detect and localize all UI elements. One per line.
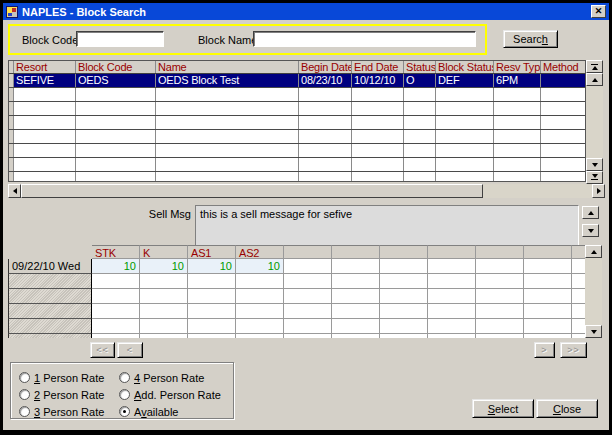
- rate-empty-cell: [92, 274, 140, 289]
- scroll-to-top-icon[interactable]: [586, 60, 603, 73]
- sellmsg-scroll-up-icon[interactable]: [582, 206, 599, 219]
- rate-value-cell[interactable]: 10: [188, 259, 236, 274]
- close-button[interactable]: Close: [536, 399, 598, 418]
- radio-label: 1 Person Rate: [34, 372, 104, 384]
- block-name-input[interactable]: [253, 31, 476, 47]
- empty-cell: [299, 102, 352, 115]
- radio-button-icon[interactable]: [119, 406, 130, 417]
- rate-value-cell[interactable]: 10: [236, 259, 284, 274]
- column-header-name[interactable]: Name: [156, 61, 299, 73]
- rate-column-header-empty: [428, 245, 476, 259]
- sell-msg-textarea[interactable]: this is a sell message for sefive: [195, 205, 579, 246]
- column-header-block-code[interactable]: Block Code: [76, 61, 156, 73]
- pager-prev-button[interactable]: <: [117, 342, 143, 358]
- hscroll-thumb[interactable]: [21, 184, 483, 198]
- rate-grid-vscroll-track[interactable]: [585, 258, 602, 325]
- rate-empty-cell: [92, 304, 140, 319]
- empty-cell: [352, 88, 404, 101]
- scroll-left-icon[interactable]: [8, 184, 21, 198]
- empty-cell: [156, 88, 299, 101]
- cell-block-code: OEDS: [76, 74, 156, 87]
- radio-4-person-rate[interactable]: 4 Person Rate: [119, 370, 233, 385]
- rate-empty-cell: [476, 274, 524, 289]
- empty-cell: [156, 172, 299, 182]
- rate-empty-cell: [572, 274, 586, 289]
- empty-cell: [156, 130, 299, 143]
- rate-empty-cell: [236, 304, 284, 319]
- results-hscroll-track[interactable]: [21, 184, 592, 198]
- column-header-method[interactable]: Method: [541, 61, 586, 73]
- scroll-right-icon[interactable]: [592, 184, 605, 198]
- empty-cell: [14, 144, 76, 157]
- table-row-empty: [9, 158, 585, 172]
- rate-empty-cell: [380, 259, 428, 274]
- scroll-up-icon[interactable]: [586, 73, 603, 86]
- rate-column-header-stk[interactable]: STK: [92, 245, 140, 259]
- results-vscroll-track[interactable]: [586, 86, 603, 158]
- radio-add-person-rate[interactable]: Add. Person Rate: [119, 387, 233, 402]
- rate-grid-data-row[interactable]: 09/22/10 Wed10101010: [8, 259, 585, 274]
- table-row-selected[interactable]: SEFIVEOEDSOEDS Block Test08/23/1010/12/1…: [9, 74, 585, 88]
- rate-empty-cell: [524, 304, 572, 319]
- empty-cell: [299, 130, 352, 143]
- sell-msg-label: Sell Msg: [121, 208, 191, 221]
- empty-cell: [352, 116, 404, 129]
- radio-label: Available: [134, 406, 178, 418]
- column-header-resv-type[interactable]: Resv Type: [494, 61, 541, 73]
- rate-value-cell[interactable]: 10: [140, 259, 188, 274]
- cell-resort: SEFIVE: [14, 74, 76, 87]
- column-header-resort[interactable]: Resort: [14, 61, 76, 73]
- column-header-begin-date[interactable]: Begin Date: [299, 61, 352, 73]
- rate-empty-cell: [380, 304, 428, 319]
- rate-empty-cell: [236, 334, 284, 338]
- search-button[interactable]: Search: [503, 30, 558, 48]
- rate-empty-cell: [140, 274, 188, 289]
- scroll-down-icon[interactable]: [586, 158, 603, 171]
- radio-button-icon[interactable]: [19, 389, 30, 400]
- rate-row-label-empty: [8, 289, 92, 304]
- radio-2-person-rate[interactable]: 2 Person Rate: [19, 387, 119, 402]
- rate-column-header-k[interactable]: K: [140, 245, 188, 259]
- column-header-status[interactable]: Status: [404, 61, 436, 73]
- rate-empty-cell: [188, 304, 236, 319]
- cell-resv-type: 6PM: [494, 74, 541, 87]
- radio-button-icon[interactable]: [19, 406, 30, 417]
- column-header-block-status[interactable]: Block Status: [436, 61, 494, 73]
- column-header-end-date[interactable]: End Date: [352, 61, 404, 73]
- empty-cell: [404, 158, 436, 171]
- empty-cell: [156, 144, 299, 157]
- rate-row-label-empty: [8, 274, 92, 289]
- rate-column-header-empty: [476, 245, 524, 259]
- radio-3-person-rate[interactable]: 3 Person Rate: [19, 404, 119, 419]
- rate-grid-scroll-down-icon[interactable]: [585, 325, 602, 338]
- empty-cell: [14, 88, 76, 101]
- rate-column-header-as2[interactable]: AS2: [236, 245, 284, 259]
- pager-first-button[interactable]: <<: [90, 342, 115, 358]
- radio-1-person-rate[interactable]: 1 Person Rate: [19, 370, 119, 385]
- pager-next-button[interactable]: >: [534, 342, 555, 358]
- titlebar[interactable]: NAPLES - Block Search ✕: [3, 3, 609, 20]
- table-row-empty: [9, 144, 585, 158]
- sellmsg-scroll-down-icon[interactable]: [582, 224, 599, 237]
- scroll-to-bottom-icon[interactable]: [586, 171, 603, 184]
- close-window-icon[interactable]: ✕: [591, 5, 606, 18]
- empty-cell: [494, 116, 541, 129]
- select-button[interactable]: Select: [472, 399, 534, 418]
- empty-cell: [14, 116, 76, 129]
- pager-last-button[interactable]: >>: [560, 342, 587, 358]
- rate-empty-cell: [236, 289, 284, 304]
- rate-empty-cell: [524, 334, 572, 338]
- radio-button-icon[interactable]: [119, 372, 130, 383]
- rate-column-header-as1[interactable]: AS1: [188, 245, 236, 259]
- empty-cell: [494, 144, 541, 157]
- rate-column-header-empty: [332, 245, 380, 259]
- results-table: ResortBlock CodeNameBegin DateEnd DateSt…: [8, 60, 586, 182]
- radio-button-icon[interactable]: [19, 372, 30, 383]
- empty-cell: [404, 172, 436, 182]
- rate-empty-cell: [284, 334, 332, 338]
- radio-available[interactable]: Available: [119, 404, 233, 419]
- block-code-input[interactable]: [76, 31, 164, 47]
- rate-value-cell[interactable]: 10: [92, 259, 140, 274]
- rate-grid-scroll-up-icon[interactable]: [585, 245, 602, 258]
- radio-button-icon[interactable]: [119, 389, 130, 400]
